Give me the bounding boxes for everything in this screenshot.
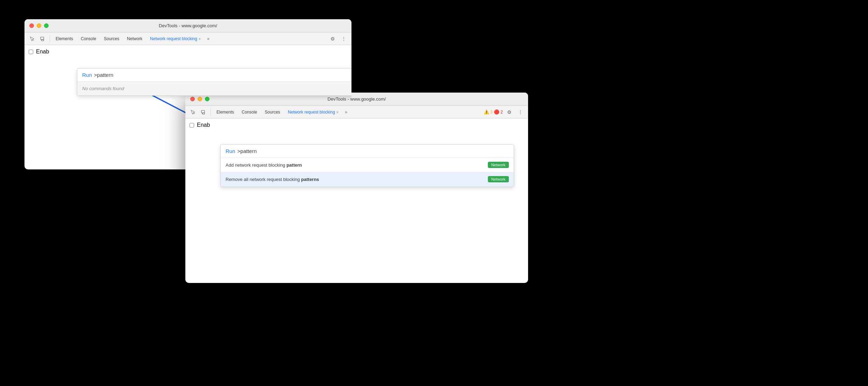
command-item-text-1: Add network request blocking pattern	[226, 162, 484, 168]
run-label-2: Run	[226, 148, 235, 154]
error-count-2: 2	[500, 110, 503, 115]
inspect-icon-1[interactable]	[27, 34, 37, 44]
minimize-button-1[interactable]	[37, 23, 41, 28]
more-icon-2[interactable]: ⋮	[515, 107, 525, 117]
enable-label-2: Enab	[197, 122, 210, 128]
run-label-1: Run	[82, 72, 92, 78]
error-icon-2: 🔴	[494, 109, 499, 115]
more-icon-1[interactable]: ⋮	[339, 34, 349, 44]
network-badge-1: Network	[488, 162, 509, 168]
tab-elements-2[interactable]: Elements	[213, 107, 237, 117]
command-item-1[interactable]: Add network request blocking pattern Net…	[221, 158, 514, 172]
window-controls-2	[190, 97, 209, 101]
enable-label-1: Enab	[36, 49, 49, 55]
tab-close-1[interactable]: ×	[199, 37, 201, 41]
close-button-2[interactable]	[190, 97, 195, 101]
network-badge-2: Network	[488, 176, 509, 182]
command-input-row-2[interactable]: Run >pattern	[221, 145, 514, 158]
warning-icon-2: ⚠️	[484, 109, 489, 115]
command-item-2[interactable]: Remove all network request blocking patt…	[221, 172, 514, 187]
devtools-window-2: DevTools - www.google.com/ Elements Cons…	[185, 93, 528, 283]
tab-console-2[interactable]: Console	[238, 107, 261, 117]
tab-sources-1[interactable]: Sources	[100, 34, 123, 44]
svg-rect-0	[41, 37, 44, 39]
svg-rect-6	[202, 113, 205, 114]
toolbar-1: Elements Console Sources Network Network…	[24, 32, 351, 45]
toolbar-right-1: ⚙ ⋮	[328, 34, 349, 44]
content-area-1: Enab	[24, 45, 351, 58]
tab-network-request-blocking-2[interactable]: Network request blocking ×	[284, 107, 342, 117]
input-text-2: >pattern	[237, 148, 257, 154]
warning-badge-2: ⚠️ 3	[484, 109, 493, 115]
window-controls-1	[29, 23, 49, 28]
tab-network-request-blocking-1[interactable]: Network request blocking ×	[147, 34, 204, 44]
settings-icon-1[interactable]: ⚙	[328, 34, 337, 44]
command-input-row-1[interactable]: Run >pattern	[77, 68, 351, 82]
separator-1	[50, 35, 50, 42]
command-palette-2: Run >pattern Add network request blockin…	[220, 144, 514, 187]
device-icon-2[interactable]	[199, 107, 208, 117]
close-button-1[interactable]	[29, 23, 34, 28]
tab-more-1[interactable]: »	[205, 36, 212, 41]
input-text-1: >pattern	[94, 72, 113, 78]
maximize-button-1[interactable]	[44, 23, 49, 28]
device-icon-1[interactable]	[38, 34, 48, 44]
svg-rect-1	[42, 39, 44, 41]
title-bar-1: DevTools - www.google.com/	[24, 19, 351, 32]
toolbar-right-2: ⚠️ 3 🔴 2 ⚙ ⋮	[484, 107, 525, 117]
svg-rect-5	[201, 110, 205, 113]
no-commands-1: No commands found	[77, 82, 351, 95]
separator-2	[211, 109, 211, 116]
tab-close-2[interactable]: ×	[336, 110, 339, 114]
tab-console-1[interactable]: Console	[77, 34, 100, 44]
warning-count-2: 3	[490, 110, 493, 115]
enable-checkbox-1[interactable]	[29, 50, 33, 54]
maximize-button-2[interactable]	[205, 97, 209, 101]
error-badge-2: 🔴 2	[494, 109, 503, 115]
tab-elements-1[interactable]: Elements	[52, 34, 77, 44]
tab-more-2[interactable]: »	[343, 110, 349, 115]
command-item-text-2: Remove all network request blocking patt…	[226, 177, 484, 182]
content-area-2: Enab	[185, 118, 528, 132]
window-title-1: DevTools - www.google.com/	[159, 23, 217, 28]
tab-network-1[interactable]: Network	[123, 34, 146, 44]
toolbar-2: Elements Console Sources Network request…	[185, 106, 528, 118]
command-palette-1: Run >pattern No commands found	[77, 68, 351, 96]
enable-checkbox-2[interactable]	[190, 123, 194, 128]
window-title-2: DevTools - www.google.com/	[328, 96, 386, 102]
tab-sources-2[interactable]: Sources	[261, 107, 284, 117]
settings-icon-2[interactable]: ⚙	[504, 107, 514, 117]
inspect-icon-2[interactable]	[188, 107, 198, 117]
minimize-button-2[interactable]	[198, 97, 202, 101]
